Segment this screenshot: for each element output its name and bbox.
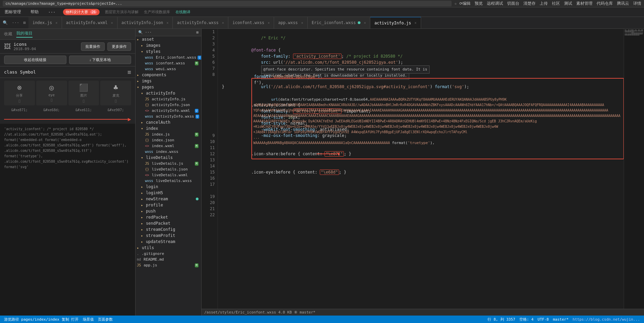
tree-folder-components[interactable]: ▸components xyxy=(136,72,201,78)
tree-folder-updatestream[interactable]: ▸updateStream xyxy=(136,239,201,245)
page-params[interactable]: 页面参数 xyxy=(98,317,113,322)
tree-collapse-icon[interactable]: ··· xyxy=(145,30,152,35)
tree-file-activityinfo-wxml[interactable]: <> activityInfo.wxml U xyxy=(136,108,201,114)
menu-community[interactable]: 社区 xyxy=(552,1,560,6)
menu-detail[interactable]: 详情 xyxy=(633,1,641,6)
tree-folder-sendpacket[interactable]: ▸sendPacket xyxy=(136,220,201,226)
tree-folder-redpacket[interactable]: ▸redPacket xyxy=(136,214,201,220)
tab-app-wxss[interactable]: app.wxss × xyxy=(274,17,308,29)
menu-remote-debug[interactable]: 远程调试 xyxy=(487,1,503,6)
star-icon[interactable]: ☆ xyxy=(454,1,457,6)
menu-tencent-cloud[interactable]: 腾讯云 xyxy=(617,1,629,6)
tab-close-activity-js[interactable]: × xyxy=(415,21,417,25)
tab-activity-info-wxss[interactable]: activityInfo.wxss × xyxy=(173,17,228,29)
menu-panel[interactable]: 切面台 xyxy=(507,1,519,6)
folder-icon: ▸ xyxy=(141,43,143,48)
code-body[interactable]: /* Eric */ @font-face { font-family: 'ac… xyxy=(218,29,624,309)
menu-material-contest[interactable]: 物料设计大赛 26 xyxy=(63,9,100,15)
refresh-icon[interactable]: ⟳ xyxy=(459,1,462,6)
tree-folder-index[interactable]: ▾index xyxy=(136,125,201,132)
tree-file-livedetails-wxml[interactable]: <> liveDetails.wxml xyxy=(136,172,201,178)
save-online-button[interactable]: 收起在线链接 xyxy=(4,56,66,64)
split-editor-icon[interactable]: ⊞ xyxy=(21,20,28,25)
tab-close-iconfont[interactable]: × xyxy=(268,21,270,25)
nav-my-projects[interactable]: 我的项目 xyxy=(16,31,33,38)
tab-close-activity-json[interactable]: × xyxy=(166,21,168,25)
submenu-layers[interactable]: 图层官方演示与讲解 xyxy=(105,9,139,15)
icon-share[interactable]: ⊗ 分享  xyxy=(4,81,35,105)
tree-file-activityinfo-js[interactable]: JS activityInfo.js xyxy=(136,96,201,102)
tree-folder-styles[interactable]: ▾styles xyxy=(136,48,201,55)
tree-file-livedetails-js[interactable]: JS liveDetails.js M xyxy=(136,161,201,166)
tree-file-weui[interactable]: wxss weui.wxss xyxy=(136,66,201,72)
menu-icon-manage[interactable]: 图标管理 xyxy=(3,8,23,16)
nav-favorites[interactable]: 收藏 xyxy=(4,31,12,37)
tree-folder-streamconfig[interactable]: ▸streamConfig xyxy=(136,226,201,233)
tree-options-icon[interactable]: ⊞ xyxy=(196,30,199,35)
menu-more[interactable]: ··· xyxy=(46,9,58,15)
tree-folder-utils[interactable]: ▸utils xyxy=(136,245,201,251)
tree-folder-livedetails[interactable]: ▾liveDetails xyxy=(136,155,201,161)
tab-close-activity-wxml[interactable]: × xyxy=(111,21,113,25)
download-local-button[interactable]: ↓ 下载至本地 xyxy=(69,56,131,64)
tree-folder-streamprofit[interactable]: ▸streamProfit xyxy=(136,233,201,239)
tree-file-index-wxml[interactable]: <> index.wxml M xyxy=(136,143,201,149)
external-link[interactable]: https://blog.csdn.net/wujin... xyxy=(573,317,640,322)
icon-eye[interactable]: ◎ eye  xyxy=(36,81,67,105)
menu-assets[interactable]: 素材管理 xyxy=(576,1,593,6)
tab-close-app-wxss[interactable]: × xyxy=(301,21,303,25)
tree-folder-pages[interactable]: ▾pages xyxy=(136,84,201,90)
tree-folder-imgs[interactable]: ▸imgs xyxy=(136,78,201,84)
tab-close-index-js[interactable]: × xyxy=(56,21,58,25)
tab-close-activity-wxss[interactable]: × xyxy=(222,21,224,25)
menu-test[interactable]: 测试 xyxy=(564,1,572,6)
tree-folder-asset[interactable]: ▸asset xyxy=(136,36,201,42)
menu-preview[interactable]: 预览 xyxy=(475,1,483,6)
tree-file-index-json[interactable]: {} index.json xyxy=(136,137,201,143)
icon-image[interactable]: ⬛ 图片  xyxy=(68,81,99,105)
tab-close-eric-iconfont[interactable]: × xyxy=(364,21,366,25)
tree-folder-images[interactable]: ▸images xyxy=(136,42,201,48)
more-ops-button[interactable]: 更多操作 xyxy=(107,42,131,51)
tree-file-livedetails-json[interactable]: {} liveDetails.json xyxy=(136,166,201,172)
tree-file-index-wxss[interactable]: wxss index.wxss xyxy=(136,149,201,155)
tree-folder-push[interactable]: ▸push xyxy=(136,208,201,214)
tab-activity-info-wxml[interactable]: activityInfo.wxml × xyxy=(62,17,118,29)
tree-file-index-js[interactable]: JS index.js M xyxy=(136,132,201,137)
scene-value[interactable]: 场景值 xyxy=(83,317,94,322)
tree-file-readme[interactable]: md README.md xyxy=(136,257,201,262)
tree-file-activityinfo-json[interactable]: {} activityInfo.json xyxy=(136,102,201,108)
tree-folder-profile[interactable]: ▸profile xyxy=(136,202,201,208)
submenu-prod[interactable]: 生产环境数据库 xyxy=(144,9,170,15)
tab-index-js[interactable]: index.js × xyxy=(28,17,62,29)
tab-iconfont-wxss[interactable]: iconfont.wxss × xyxy=(228,17,274,29)
tree-file-eric-iconfont[interactable]: wxss Eric_iconfont.wxss U xyxy=(136,55,201,60)
menu-edit[interactable]: 编辑 xyxy=(462,1,471,6)
tree-folder-newstream[interactable]: ▸ newStream xyxy=(136,196,201,202)
tree-folder-loginh5[interactable]: ▸loginH5 xyxy=(136,190,201,196)
menu-code-repo[interactable]: 代码仓库 xyxy=(597,1,613,6)
search-icon[interactable]: 🔍 xyxy=(0,20,11,25)
menu-help[interactable]: 帮助 xyxy=(28,8,41,16)
menu-clear[interactable]: 清楚存 xyxy=(523,1,536,6)
tree-file-iconfont[interactable]: wxss iconfont.wxss M xyxy=(136,60,201,66)
url-input[interactable]: cn/manage/index?manage_type=myprojects&p… xyxy=(3,1,452,6)
icon-mic[interactable]: ♣ 麦克  xyxy=(100,81,131,105)
search-files-icon[interactable]: 🔍 xyxy=(138,30,143,35)
tab-activity-info-js[interactable]: activityInfo.js × xyxy=(370,17,421,29)
tab-eric-iconfont-wxss[interactable]: Eric_iconfont.wxss × xyxy=(308,17,370,29)
tree-file-gitignore[interactable]: . .gitignore xyxy=(136,251,201,257)
tree-folder-cancelauth[interactable]: ▸cancelAuth xyxy=(136,119,201,125)
minimap[interactable]: ████░░░░████░░████████░░░████░░░░████░░ … xyxy=(624,29,644,309)
tree-file-activityinfo-wxss[interactable]: wxss activityInfo.wxss U xyxy=(136,114,201,119)
expand-icon[interactable]: ≡ xyxy=(127,68,131,76)
tree-file-livedetails-wxss[interactable]: wxss liveDetails.wxss xyxy=(136,178,201,184)
code-editor[interactable]: 12345 678 910111213 14151617 19202122 /*… xyxy=(202,29,644,309)
batch-ops-button[interactable]: 批量操作 xyxy=(81,42,105,51)
tab-activity-info-json[interactable]: activityInfo.json × xyxy=(118,17,173,29)
tree-file-app-js[interactable]: JS app.js M xyxy=(136,262,201,268)
menu-upload[interactable]: 上传 xyxy=(540,1,548,6)
tree-folder-login[interactable]: ▸login xyxy=(136,184,201,190)
tree-folder-activityinfo[interactable]: ▾activityInfo xyxy=(136,90,201,96)
submenu-translate[interactable]: 在线翻译 xyxy=(175,9,190,15)
